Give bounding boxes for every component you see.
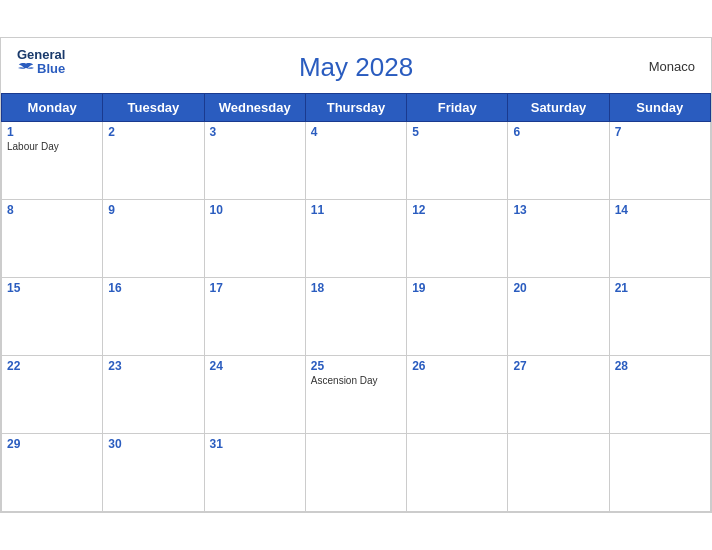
day-cell: [508, 434, 609, 512]
day-cell: 17: [204, 278, 305, 356]
day-number: 16: [108, 281, 198, 295]
header-tuesday: Tuesday: [103, 94, 204, 122]
day-number: 4: [311, 125, 401, 139]
day-number: 23: [108, 359, 198, 373]
day-number: 31: [210, 437, 300, 451]
day-cell: 21: [609, 278, 710, 356]
logo-blue-text: Blue: [17, 61, 65, 75]
day-cell: 29: [2, 434, 103, 512]
day-cell: 19: [407, 278, 508, 356]
day-number: 27: [513, 359, 603, 373]
day-number: 25: [311, 359, 401, 373]
day-cell: [407, 434, 508, 512]
day-number: 19: [412, 281, 502, 295]
day-cell: 31: [204, 434, 305, 512]
day-number: 10: [210, 203, 300, 217]
day-cell: 26: [407, 356, 508, 434]
day-number: 20: [513, 281, 603, 295]
day-cell: 8: [2, 200, 103, 278]
day-cell: 5: [407, 122, 508, 200]
day-number: 3: [210, 125, 300, 139]
day-number: 26: [412, 359, 502, 373]
day-number: 29: [7, 437, 97, 451]
day-cell: [305, 434, 406, 512]
day-number: 12: [412, 203, 502, 217]
day-cell: 16: [103, 278, 204, 356]
day-number: 18: [311, 281, 401, 295]
day-cell: 23: [103, 356, 204, 434]
day-number: 7: [615, 125, 705, 139]
header-saturday: Saturday: [508, 94, 609, 122]
day-cell: 25Ascension Day: [305, 356, 406, 434]
holiday-name: Ascension Day: [311, 375, 401, 386]
calendar: General Blue May 2028 Monaco Monday Tues…: [0, 37, 712, 513]
day-number: 6: [513, 125, 603, 139]
week-row-1: 1Labour Day234567: [2, 122, 711, 200]
day-number: 21: [615, 281, 705, 295]
day-cell: 13: [508, 200, 609, 278]
day-number: 9: [108, 203, 198, 217]
header-wednesday: Wednesday: [204, 94, 305, 122]
day-cell: 27: [508, 356, 609, 434]
week-row-4: 22232425Ascension Day262728: [2, 356, 711, 434]
day-cell: 11: [305, 200, 406, 278]
day-cell: 10: [204, 200, 305, 278]
day-number: 14: [615, 203, 705, 217]
day-cell: 18: [305, 278, 406, 356]
day-cell: 12: [407, 200, 508, 278]
logo: General Blue: [17, 48, 65, 75]
day-number: 24: [210, 359, 300, 373]
day-number: 28: [615, 359, 705, 373]
day-number: 15: [7, 281, 97, 295]
calendar-header: General Blue May 2028 Monaco: [1, 38, 711, 93]
day-cell: 6: [508, 122, 609, 200]
day-number: 30: [108, 437, 198, 451]
day-cell: 14: [609, 200, 710, 278]
region-label: Monaco: [649, 58, 695, 73]
day-number: 11: [311, 203, 401, 217]
day-number: 2: [108, 125, 198, 139]
day-cell: 2: [103, 122, 204, 200]
day-number: 17: [210, 281, 300, 295]
header-sunday: Sunday: [609, 94, 710, 122]
weekday-header-row: Monday Tuesday Wednesday Thursday Friday…: [2, 94, 711, 122]
calendar-body: 1Labour Day23456789101112131415161718192…: [2, 122, 711, 512]
day-cell: 7: [609, 122, 710, 200]
day-cell: 9: [103, 200, 204, 278]
day-number: 13: [513, 203, 603, 217]
week-row-5: 293031: [2, 434, 711, 512]
day-cell: [609, 434, 710, 512]
calendar-title: May 2028: [299, 52, 413, 83]
day-cell: 22: [2, 356, 103, 434]
day-cell: 1Labour Day: [2, 122, 103, 200]
day-cell: 20: [508, 278, 609, 356]
header-thursday: Thursday: [305, 94, 406, 122]
header-friday: Friday: [407, 94, 508, 122]
week-row-3: 15161718192021: [2, 278, 711, 356]
day-cell: 24: [204, 356, 305, 434]
day-number: 1: [7, 125, 97, 139]
day-number: 22: [7, 359, 97, 373]
calendar-grid: Monday Tuesday Wednesday Thursday Friday…: [1, 93, 711, 512]
day-cell: 3: [204, 122, 305, 200]
day-cell: 4: [305, 122, 406, 200]
logo-general-text: General: [17, 48, 65, 61]
day-number: 8: [7, 203, 97, 217]
day-cell: 28: [609, 356, 710, 434]
header-monday: Monday: [2, 94, 103, 122]
logo-bird-icon: [17, 61, 35, 75]
day-cell: 30: [103, 434, 204, 512]
day-cell: 15: [2, 278, 103, 356]
holiday-name: Labour Day: [7, 141, 97, 152]
week-row-2: 891011121314: [2, 200, 711, 278]
day-number: 5: [412, 125, 502, 139]
